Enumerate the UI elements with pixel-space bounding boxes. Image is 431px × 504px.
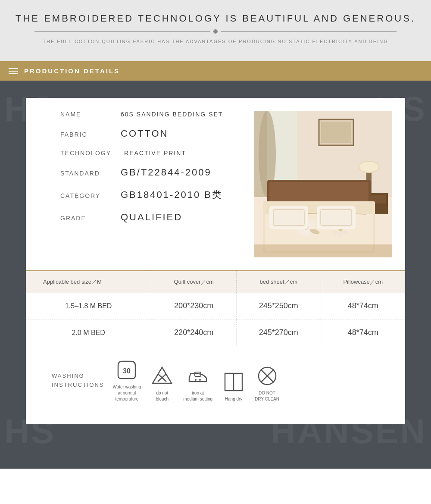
svg-point-37: [342, 229, 347, 235]
svg-rect-43: [319, 208, 353, 227]
name-row: NAME 60S SANDING BEDDING SET: [60, 111, 241, 118]
svg-rect-6: [321, 122, 351, 143]
size-table-wrapper: Applicable bed size／M Quilt cover／cm bed…: [26, 270, 405, 346]
hang-dry-icon: [223, 371, 244, 393]
standard-row: STANDARD GB/T22844-2009: [60, 167, 241, 178]
technology-label: TECHNOLOGY: [60, 150, 111, 157]
product-details-top: NAME 60S SANDING BEDDING SET FABRIC COTT…: [26, 98, 405, 270]
no-dry-clean-icon: [256, 365, 278, 387]
washing-section: WASHING INSTRUCTIONS 30 Water washingat …: [26, 346, 405, 407]
washing-label-line2: INSTRUCTIONS: [52, 382, 104, 388]
standard-value: GB/T22844-2009: [121, 167, 212, 178]
wash-icon-water-wash: 30 Water washingat normaltemperature: [113, 359, 141, 402]
col-header-quilt: Quilt cover／cm: [151, 271, 237, 293]
bed-scene-svg: [254, 111, 392, 257]
bed-size-1: 1.5–1.8 M BED: [26, 293, 151, 319]
divider-dot: [213, 29, 218, 34]
grade-row: GRADE QUALIFIED: [60, 212, 241, 223]
size-table: Applicable bed size／M Quilt cover／cm bed…: [26, 271, 405, 346]
quilt-2: 220*240cm: [151, 319, 237, 346]
water-wash-icon: 30: [116, 359, 137, 381]
svg-rect-41: [272, 208, 306, 227]
fabric-row: FABRIC COTTON: [60, 128, 241, 139]
col-header-pillow: Pillowcase／cm: [321, 271, 405, 293]
col-header-bed-size: Applicable bed size／M: [26, 271, 151, 293]
wash-icon-no-bleach: do notbleach: [151, 365, 173, 402]
section-header: PRODUCTION DETAILS: [0, 61, 431, 81]
category-label: CATEGORY: [60, 192, 108, 199]
sheet-2: 245*270cm: [236, 319, 321, 346]
wash-icon-hang-dry: Hang dry: [223, 371, 244, 402]
svg-point-53: [199, 379, 201, 381]
table-row: 1.5–1.8 M BED 200*230cm 245*250cm 48*74c…: [26, 293, 405, 319]
svg-marker-48: [153, 367, 172, 383]
wash-bleach-label: do notbleach: [156, 390, 169, 402]
category-value: GB18401-2010 B类: [121, 188, 223, 201]
main-content: HS HS HANSEN HS NAME 60S SANDING BEDDING…: [0, 81, 431, 469]
size-table-head: Applicable bed size／M Quilt cover／cm bed…: [26, 271, 405, 293]
grade-value: QUALIFIED: [121, 212, 182, 223]
svg-rect-46: [254, 244, 392, 257]
fabric-label: FABRIC: [60, 131, 108, 138]
table-row: 2.0 M BED 220*240cm 245*270cm 48*74cm: [26, 319, 405, 346]
quilt-1: 200*230cm: [151, 293, 237, 319]
no-bleach-icon: [151, 365, 173, 387]
svg-point-35: [334, 229, 339, 235]
iron-icon: [187, 365, 209, 387]
svg-point-23: [308, 221, 315, 228]
technology-value: REACTIVE PRINT: [124, 150, 186, 157]
size-table-header-row: Applicable bed size／M Quilt cover／cm bed…: [26, 271, 405, 293]
product-info-table: NAME 60S SANDING BEDDING SET FABRIC COTT…: [60, 111, 241, 257]
wash-hang-label: Hang dry: [225, 396, 243, 402]
washing-label: WASHING INSTRUCTIONS: [52, 372, 104, 390]
top-banner: THE EMBROIDERED TECHNOLOGY IS BEAUTIFUL …: [0, 0, 431, 61]
name-value: 60S SANDING BEDDING SET: [121, 111, 223, 118]
wash-icon-iron: iron atmedium setting: [183, 365, 212, 402]
washing-label-line1: WASHING: [52, 373, 84, 379]
pillow-1: 48*74cm: [321, 293, 405, 319]
hamburger-icon: [9, 68, 18, 74]
fabric-value: COTTON: [121, 128, 168, 139]
wash-iron-label: iron atmedium setting: [183, 390, 212, 402]
svg-point-36: [338, 232, 343, 237]
washing-icons: 30 Water washingat normaltemperature do …: [113, 359, 279, 402]
size-table-body: 1.5–1.8 M BED 200*230cm 245*250cm 48*74c…: [26, 293, 405, 346]
banner-main-title: THE EMBROIDERED TECHNOLOGY IS BEAUTIFUL …: [9, 13, 422, 24]
wash-icon-no-dry-clean: DO NOTDRY CLEAN: [255, 365, 279, 402]
banner-divider: [34, 29, 397, 34]
grade-label: GRADE: [60, 215, 108, 222]
banner-sub-title: THE FULL-COTTON QUILTING FABRIC HAS THE …: [9, 39, 422, 44]
name-label: NAME: [60, 111, 108, 118]
product-card: NAME 60S SANDING BEDDING SET FABRIC COTT…: [26, 98, 405, 424]
category-row: CATEGORY GB18401-2010 B类: [60, 188, 241, 201]
pillow-2: 48*74cm: [321, 319, 405, 346]
technology-row: TECHNOLOGY REACTIVE PRINT: [60, 150, 241, 157]
standard-label: STANDARD: [60, 170, 108, 177]
svg-text:30: 30: [123, 367, 131, 375]
product-image: [254, 111, 392, 257]
sheet-1: 245*250cm: [236, 293, 321, 319]
divider-right-line: [221, 31, 397, 32]
col-header-sheet: bed sheet／cm: [236, 271, 321, 293]
bed-size-2: 2.0 M BED: [26, 319, 151, 346]
svg-point-52: [195, 379, 197, 381]
wash-water-label: Water washingat normaltemperature: [113, 384, 141, 402]
wash-no-dry-label: DO NOTDRY CLEAN: [255, 390, 279, 402]
section-header-title: PRODUCTION DETAILS: [24, 67, 120, 75]
svg-rect-13: [269, 182, 369, 203]
divider-left-line: [34, 31, 210, 32]
svg-point-9: [359, 162, 378, 172]
